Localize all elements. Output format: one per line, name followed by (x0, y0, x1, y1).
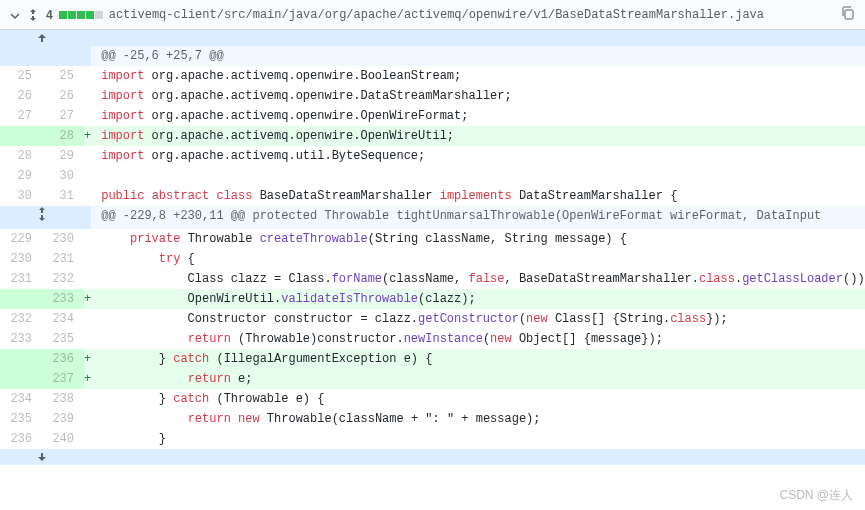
chevron-down-icon[interactable] (10, 8, 20, 22)
hunk-header: @@ -229,8 +230,11 @@ protected Throwable… (0, 206, 865, 229)
diff-line: 2727import org.apache.activemq.openwire.… (0, 106, 865, 126)
hunk-text: @@ -229,8 +230,11 @@ protected Throwable… (91, 206, 865, 229)
diff-line: 230231 try { (0, 249, 865, 269)
diff-table: @@ -25,6 +25,7 @@ 2525import org.apache.… (0, 30, 865, 465)
file-header: 4 activemq-client/src/main/java/org/apac… (0, 0, 865, 30)
expand-all-icon[interactable] (26, 8, 40, 22)
diff-line: 2626import org.apache.activemq.openwire.… (0, 86, 865, 106)
expand-down-row[interactable] (0, 449, 865, 465)
svg-rect-0 (845, 10, 853, 19)
diff-line: 234238 } catch (Throwable e) { (0, 389, 865, 409)
diff-line: 229230 private Throwable createThrowable… (0, 229, 865, 249)
diff-line-addition: 233+ OpenWireUtil.validateIsThrowable(cl… (0, 289, 865, 309)
diff-line: 232234 Constructor constructor = clazz.g… (0, 309, 865, 329)
diffstat-blocks (59, 11, 103, 19)
diff-line: 3031public abstract class BaseDataStream… (0, 186, 865, 206)
diff-line: 2930 (0, 166, 865, 186)
diff-line: 236240 } (0, 429, 865, 449)
change-count: 4 (46, 8, 53, 22)
diff-line: 2525import org.apache.activemq.openwire.… (0, 66, 865, 86)
copy-path-icon[interactable] (841, 6, 855, 23)
diff-line: 231232 Class clazz = Class.forName(class… (0, 269, 865, 289)
diff-line: 233235 return (Throwable)constructor.new… (0, 329, 865, 349)
diff-line-addition: 236+ } catch (IllegalArgumentException e… (0, 349, 865, 369)
diff-line: 235239 return new Throwable(className + … (0, 409, 865, 429)
diff-line-addition: 237+ return e; (0, 369, 865, 389)
diff-line-addition: 28+import org.apache.activemq.openwire.O… (0, 126, 865, 146)
diff-line: 2829import org.apache.activemq.util.Byte… (0, 146, 865, 166)
hunk-header: @@ -25,6 +25,7 @@ (0, 46, 865, 66)
expand-up-row[interactable] (0, 30, 865, 46)
file-path: activemq-client/src/main/java/org/apache… (109, 8, 835, 22)
hunk-text: @@ -25,6 +25,7 @@ (91, 46, 865, 66)
